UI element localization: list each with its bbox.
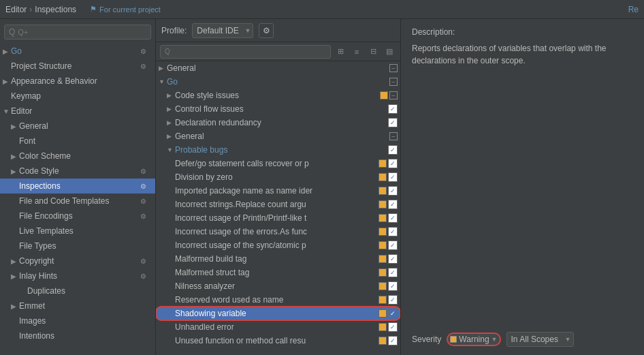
chevron-down-icon: ▼ [492, 336, 498, 343]
inspections-tree: ▶ General − ▼ Go − ▶ Code style issues − [156, 61, 400, 355]
check-box[interactable]: ✓ [388, 159, 398, 168]
re-link[interactable]: Re [628, 5, 639, 14]
settings-button[interactable]: ▤ [383, 45, 396, 59]
check-box[interactable]: ✓ [388, 241, 398, 250]
sidebar-item-intentions[interactable]: Intentions [0, 328, 155, 343]
expand-button[interactable]: ≡ [350, 45, 364, 59]
sidebar-item-general[interactable]: ▶ General [0, 119, 155, 134]
sidebar-item-keymap[interactable]: Keymap [0, 89, 155, 104]
tree-label: Shadowing variable [175, 309, 377, 318]
sidebar-item-label: Code Style [19, 166, 59, 176]
scope-select[interactable]: In All Scopes [506, 332, 574, 347]
sidebar-item-project-structure[interactable]: Project Structure ⚙ [0, 59, 155, 74]
check-box[interactable]: ✓ [388, 213, 398, 223]
sidebar-item-label: Duplicates [27, 286, 65, 296]
tree-label: Malformed build tag [175, 254, 377, 264]
sidebar-item-editor[interactable]: ▼ Editor [0, 104, 155, 119]
sidebar-search[interactable]: Q [4, 25, 151, 40]
sidebar-item-duplicates[interactable]: Duplicates [0, 283, 155, 298]
config-icon: ⚙ [140, 273, 150, 280]
profile-select[interactable]: Default IDE [192, 23, 253, 38]
tree-item-imported-pkg[interactable]: Imported package name as name ider ✓ [156, 184, 400, 198]
sidebar-item-label: Font [19, 136, 35, 146]
sidebar-item-live-templates[interactable]: Live Templates [0, 223, 155, 238]
sidebar-item-appearance[interactable]: ▶ Appearance & Behavior [0, 74, 155, 89]
tree-item-nilness[interactable]: Nilness analyzer ✓ [156, 279, 400, 293]
tree-item-incorrect-sync[interactable]: Incorrect usage of the sync/atomic p ✓ [156, 238, 400, 252]
tree-item-code-style-issues[interactable]: ▶ Code style issues − [156, 89, 400, 102]
color-box [379, 241, 387, 249]
sidebar-search-input[interactable] [18, 28, 146, 36]
sidebar-item-emmet[interactable]: ▶ Emmet [0, 298, 155, 313]
tree-item-malformed-build[interactable]: Malformed build tag ✓ [156, 252, 400, 266]
sidebar-item-inspections[interactable]: Inspections ⚙ [0, 179, 155, 194]
search-box[interactable]: Q [160, 45, 331, 59]
sidebar-item-color-scheme[interactable]: ▶ Color Scheme [0, 149, 155, 164]
filter-button[interactable]: ⊞ [334, 45, 347, 59]
check-box[interactable]: ✓ [388, 118, 398, 127]
severity-select-wrapper[interactable]: Warning ▼ [447, 333, 500, 346]
check-box[interactable]: ✓ [388, 145, 398, 155]
tree-item-go[interactable]: ▼ Go − [156, 75, 400, 89]
sidebar-item-copyright[interactable]: ▶ Copyright ⚙ [0, 253, 155, 268]
sidebar-item-label: Inspections [19, 181, 61, 191]
check-box[interactable]: ✓ [388, 336, 398, 345]
tree-item-incorrect-strings[interactable]: Incorrect strings.Replace count argu ✓ [156, 198, 400, 211]
tree-label: Control flow issues [175, 104, 387, 114]
tree-label: Imported package name as name ider [175, 186, 377, 196]
breadcrumb: Editor › Inspections [5, 5, 76, 14]
tree-item-incorrect-println[interactable]: Incorrect usage of Println/Printf-like t… [156, 211, 400, 225]
tree-item-unhandled-error[interactable]: Unhandled error ✓ [156, 320, 400, 334]
sidebar-item-code-style[interactable]: ▶ Code Style ⚙ [0, 164, 155, 179]
tree-item-general[interactable]: ▶ General − [156, 61, 400, 75]
tree-label: Division by zero [175, 172, 377, 182]
tree-item-unused-function[interactable]: Unused function or method call resu ✓ [156, 334, 400, 348]
color-box [379, 173, 387, 181]
arrow-icon: ▶ [11, 153, 18, 160]
tree-item-declaration-red[interactable]: ▶ Declaration redundancy ✓ [156, 116, 400, 129]
check-box[interactable]: ✓ [388, 322, 398, 332]
severity-label: Severity [412, 335, 441, 344]
check-box[interactable]: ✓ [388, 268, 398, 277]
check-box[interactable]: ✓ [388, 200, 398, 209]
tree-item-reserved-word[interactable]: Reserved word used as name ✓ [156, 293, 400, 307]
check-box[interactable]: ✓ [388, 186, 398, 196]
sidebar-item-images[interactable]: Images [0, 313, 155, 328]
search-input[interactable] [172, 48, 326, 56]
minus-box: − [389, 91, 398, 99]
tree-item-malformed-struct[interactable]: Malformed struct tag ✓ [156, 266, 400, 279]
sidebar-item-file-types[interactable]: File Types [0, 238, 155, 253]
sidebar: Q ▶ Go ⚙ Project Structure ⚙ ▶ Appearanc… [0, 19, 156, 355]
collapse-button[interactable]: ⊟ [366, 45, 380, 59]
check-box[interactable]: ✓ [388, 295, 398, 305]
check-box[interactable]: ✓ [388, 227, 398, 236]
check-box[interactable]: ✓ [388, 281, 398, 291]
tree-label: Reserved word used as name [175, 295, 377, 305]
color-box [379, 337, 387, 345]
tree-item-defer-go[interactable]: Defer/go statement calls recover or p ✓ [156, 157, 400, 170]
tree-item-shadowing-variable[interactable]: Shadowing variable ✓ [156, 307, 400, 320]
check-box[interactable]: ✓ [388, 254, 398, 264]
desc-text: Reports declarations of variables that o… [412, 42, 633, 67]
sidebar-item-inlay-hints[interactable]: ▶ Inlay Hints ⚙ [0, 268, 155, 283]
sidebar-item-file-code-templates[interactable]: File and Code Templates ⚙ [0, 194, 155, 209]
sidebar-item-go[interactable]: ▶ Go ⚙ [0, 44, 155, 59]
sidebar-item-label: Keymap [11, 91, 41, 101]
color-box [379, 159, 387, 168]
check-box[interactable]: ✓ [388, 309, 398, 318]
color-box [380, 91, 388, 99]
sidebar-item-file-encodings[interactable]: File Encodings ⚙ [0, 209, 155, 223]
check-box[interactable]: ✓ [388, 104, 398, 114]
gear-button[interactable]: ⚙ [259, 23, 274, 38]
tree-item-general-sub[interactable]: ▶ General − [156, 129, 400, 143]
tree-item-incorrect-errors[interactable]: Incorrect usage of the errors.As func ✓ [156, 225, 400, 238]
tree-item-division-zero[interactable]: Division by zero ✓ [156, 170, 400, 184]
tree-label: Probable bugs [175, 145, 387, 155]
check-box[interactable]: ✓ [388, 172, 398, 182]
sidebar-item-label: Inlay Hints [19, 271, 57, 281]
tree-item-control-flow[interactable]: ▶ Control flow issues ✓ [156, 102, 400, 116]
sidebar-item-font[interactable]: Font [0, 134, 155, 149]
color-box [379, 296, 387, 304]
sidebar-item-label: File Encodings [19, 211, 73, 221]
tree-item-probable-bugs[interactable]: ▼ Probable bugs ✓ [156, 143, 400, 157]
